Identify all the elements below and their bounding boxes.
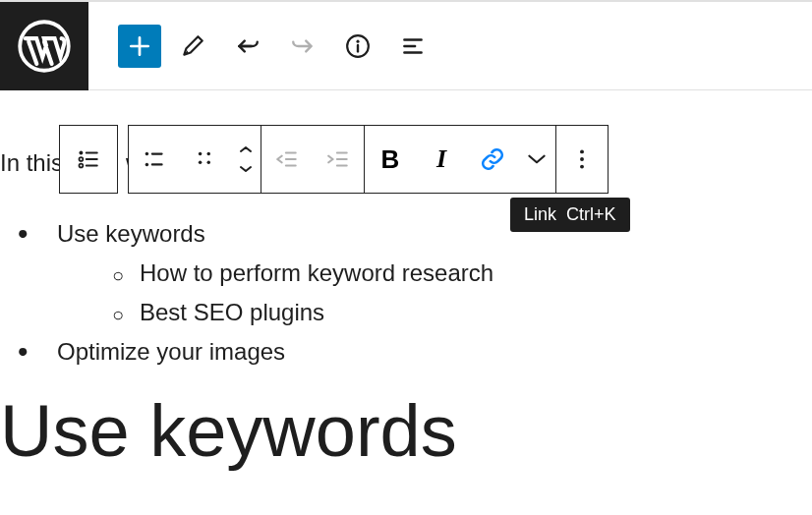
outdent-icon bbox=[274, 146, 300, 172]
wordpress-icon bbox=[18, 20, 71, 73]
list-item-text[interactable]: Use keywords bbox=[57, 220, 205, 247]
bullet-list-icon bbox=[142, 146, 167, 172]
svg-point-4 bbox=[79, 157, 83, 161]
list-item: Best SEO plugins bbox=[116, 293, 493, 332]
svg-point-6 bbox=[145, 152, 148, 155]
pencil-icon bbox=[180, 33, 205, 59]
svg-point-12 bbox=[580, 149, 584, 153]
indent-icon bbox=[325, 146, 351, 172]
svg-point-2 bbox=[356, 39, 359, 42]
block-toolbar: B I bbox=[59, 125, 609, 194]
wordpress-logo[interactable] bbox=[0, 2, 88, 90]
italic-button[interactable]: I bbox=[416, 126, 467, 193]
outline-button[interactable] bbox=[389, 23, 436, 70]
italic-icon: I bbox=[436, 144, 446, 174]
link-tooltip: Link Ctrl+K bbox=[510, 198, 630, 232]
svg-point-5 bbox=[79, 164, 83, 168]
list-item-text[interactable]: Best SEO plugins bbox=[140, 299, 324, 325]
redo-button bbox=[279, 23, 326, 70]
move-down-button[interactable] bbox=[231, 159, 261, 179]
link-button[interactable] bbox=[467, 126, 518, 193]
list-item-text[interactable]: Optimize your images bbox=[57, 338, 285, 365]
outline-icon bbox=[400, 33, 426, 59]
grid-dots-icon bbox=[193, 146, 218, 172]
header-toolbar bbox=[88, 2, 436, 89]
bold-icon: B bbox=[381, 144, 400, 175]
more-options-button[interactable] bbox=[556, 126, 608, 193]
undo-button[interactable] bbox=[224, 23, 271, 70]
unordered-list-button[interactable] bbox=[129, 126, 180, 193]
bold-button[interactable]: B bbox=[365, 126, 416, 193]
svg-point-14 bbox=[580, 165, 584, 169]
redo-icon bbox=[290, 33, 316, 59]
link-icon bbox=[480, 146, 505, 172]
ordered-list-button[interactable] bbox=[180, 126, 231, 193]
undo-icon bbox=[235, 33, 261, 59]
heading-block[interactable]: Use keywords bbox=[0, 391, 457, 471]
kebab-icon bbox=[569, 146, 595, 172]
list-item-text[interactable]: How to perform keyword research bbox=[140, 259, 493, 286]
svg-point-13 bbox=[580, 157, 584, 161]
editor-header bbox=[0, 2, 812, 90]
info-button[interactable] bbox=[334, 23, 381, 70]
tooltip-label: Link bbox=[524, 204, 556, 225]
indent-button[interactable] bbox=[313, 126, 364, 193]
svg-point-3 bbox=[79, 151, 83, 155]
tooltip-shortcut: Ctrl+K bbox=[566, 204, 616, 225]
svg-point-11 bbox=[207, 161, 210, 164]
outdent-button[interactable] bbox=[261, 126, 313, 193]
list-item: How to perform keyword research bbox=[116, 254, 493, 293]
nested-list[interactable]: How to perform keyword research Best SEO… bbox=[116, 254, 493, 332]
svg-point-10 bbox=[199, 161, 202, 164]
block-type-button[interactable] bbox=[60, 126, 117, 193]
svg-point-7 bbox=[145, 163, 148, 166]
chevron-down-icon bbox=[524, 146, 550, 172]
list-item: Optimize your images bbox=[35, 332, 493, 372]
plus-icon bbox=[127, 33, 152, 59]
info-icon bbox=[345, 33, 371, 59]
chevron-down-icon bbox=[239, 164, 253, 174]
add-block-button[interactable] bbox=[118, 25, 161, 68]
paragraph-fragment-left: In this bbox=[0, 149, 63, 177]
chevron-up-icon bbox=[239, 144, 253, 154]
move-up-button[interactable] bbox=[231, 140, 261, 159]
more-formatting-button[interactable] bbox=[518, 126, 555, 193]
list-block-icon bbox=[76, 146, 101, 172]
edit-mode-button[interactable] bbox=[169, 23, 216, 70]
svg-point-9 bbox=[207, 152, 210, 155]
list-item: Use keywords How to perform keyword rese… bbox=[35, 214, 493, 332]
content-list[interactable]: Use keywords How to perform keyword rese… bbox=[35, 214, 493, 372]
svg-point-8 bbox=[199, 152, 202, 155]
block-mover bbox=[231, 126, 261, 193]
